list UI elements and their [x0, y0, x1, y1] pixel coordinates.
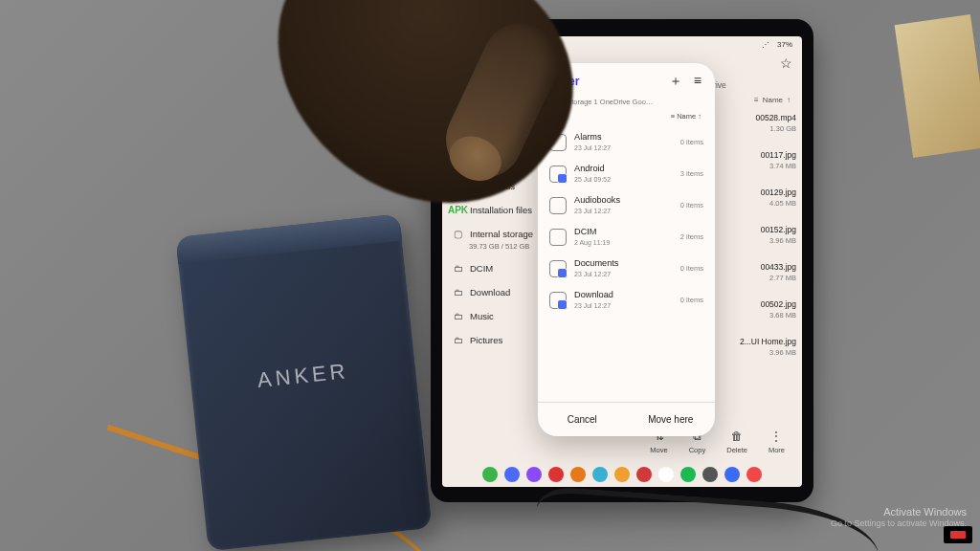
file-item[interactable]: 2...UI Home.jpg3.96 MB — [740, 337, 796, 357]
sidebar-item-download[interactable]: 🗀Download — [448, 280, 549, 304]
taskbar-app[interactable] — [702, 467, 718, 482]
powerbank-brand: ANKER — [256, 359, 350, 393]
anker-powerbank: ANKER — [175, 214, 432, 551]
taskbar-app[interactable] — [504, 467, 520, 482]
taskbar-app[interactable] — [592, 467, 608, 482]
folder-item[interactable]: Audiobooks23 Jul 12:270 items — [538, 189, 715, 221]
folder-item[interactable]: Alarms23 Jul 12:270 items — [538, 126, 715, 158]
taskbar-app[interactable] — [658, 467, 674, 482]
wifi-icon: ⋰ — [762, 40, 769, 49]
taskbar-app[interactable] — [526, 467, 542, 482]
new-folder-icon[interactable]: ＋ — [669, 73, 682, 90]
sidebar-item-music[interactable]: 🗀Music — [448, 304, 549, 328]
move-here-button[interactable]: Move here — [627, 403, 716, 436]
taskbar-app[interactable] — [680, 467, 696, 482]
file-item[interactable]: 00129.jpg4.05 MB — [740, 187, 796, 208]
sidebar-item-dcim[interactable]: 🗀DCIM — [448, 256, 549, 280]
folder-item[interactable]: Download23 Jul 12:270 items — [538, 284, 715, 316]
file-item[interactable]: 00152.jpg3.96 MB — [740, 225, 796, 245]
taskbar-app[interactable] — [746, 467, 762, 482]
folder-item[interactable]: Documents23 Jul 12:270 items — [538, 253, 715, 284]
taskbar-app[interactable] — [482, 467, 498, 482]
action-delete[interactable]: 🗑Delete — [726, 430, 747, 454]
file-item[interactable]: 00117.jpg3.74 MB — [740, 150, 796, 170]
cancel-button[interactable]: Cancel — [538, 403, 627, 436]
taskbar-app[interactable] — [570, 467, 586, 482]
folder-item[interactable]: Android25 Jul 09:523 items — [538, 158, 715, 189]
favorite-icon[interactable]: ☆ — [780, 55, 792, 71]
action-more[interactable]: ⋮More — [768, 430, 785, 454]
sidebar-item-pictures[interactable]: 🗀Pictures — [448, 328, 549, 352]
taskbar-app[interactable] — [548, 467, 564, 482]
folder-item[interactable]: DCIM2 Aug 11:192 items — [538, 221, 715, 253]
file-list: 00528.mp41.30 GB 00117.jpg3.74 MB 00129.… — [740, 113, 796, 374]
battery-percent: 37% — [777, 40, 792, 49]
view-options-icon[interactable]: ≡ — [694, 73, 702, 90]
taskbar-app[interactable] — [614, 467, 630, 482]
modal-folder-list: Alarms23 Jul 12:270 items Android25 Jul … — [538, 126, 715, 402]
taskbar[interactable] — [442, 462, 802, 487]
file-item[interactable]: 00528.mp41.30 GB — [740, 113, 796, 133]
taskbar-app[interactable] — [724, 467, 740, 482]
file-item[interactable]: 00433.jpg2.77 MB — [740, 262, 796, 282]
channel-badge — [944, 526, 972, 543]
file-item[interactable]: 00502.jpg3.68 MB — [740, 299, 796, 320]
taskbar-app[interactable] — [636, 467, 652, 482]
